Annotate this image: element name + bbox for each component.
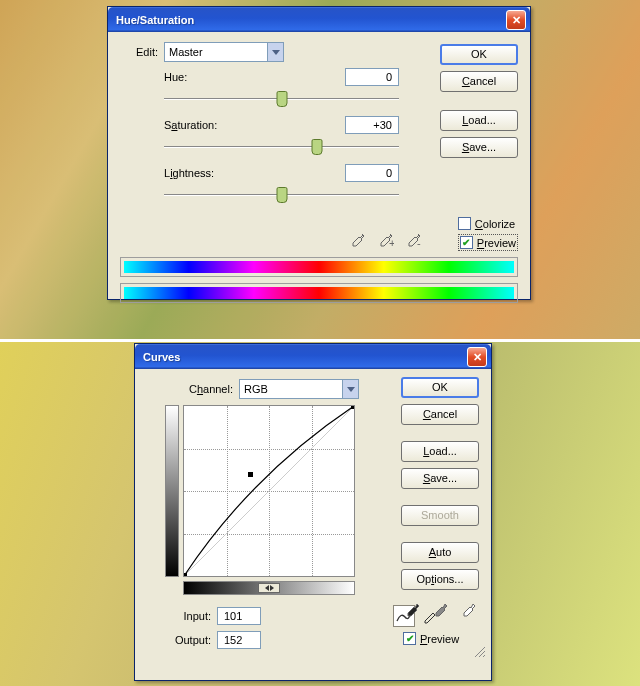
channel-dropdown-button[interactable] [342, 380, 358, 398]
colorize-label: Colorize [475, 218, 515, 230]
cancel-button[interactable]: Cancel [440, 71, 518, 92]
edit-select[interactable]: Master [164, 42, 284, 62]
saturation-input[interactable]: +30 [345, 116, 399, 134]
curve-line [184, 406, 354, 576]
colorize-checkbox[interactable] [458, 217, 471, 230]
svg-rect-4 [184, 573, 187, 576]
resize-icon [473, 645, 487, 659]
output-label: Output: [175, 634, 211, 646]
channel-label: Channel: [189, 383, 233, 395]
curve-graph[interactable] [183, 405, 355, 577]
eyedropper-add-button[interactable]: + [376, 230, 396, 250]
eyedropper-gray-icon [433, 602, 449, 618]
svg-line-2 [184, 406, 354, 576]
eyedropper-icon [350, 232, 366, 248]
titlebar[interactable]: Curves ✕ [135, 344, 491, 369]
hue-saturation-dialog: Hue/Saturation ✕ OK Cancel Load... Save.… [107, 6, 531, 300]
gray-point-eyedropper[interactable] [431, 600, 451, 620]
curves-dialog: Curves ✕ OK Cancel Load... Save... Smoot… [134, 343, 492, 681]
output-gradient [165, 405, 179, 577]
edit-label: Edit: [136, 46, 158, 58]
hue-spectrum-bottom [120, 283, 518, 303]
input-label: Input: [183, 610, 211, 622]
ok-button[interactable]: OK [440, 44, 518, 65]
preview-label: Preview [477, 237, 516, 249]
cancel-button[interactable]: Cancel [401, 404, 479, 425]
lightness-slider-thumb[interactable] [276, 187, 287, 203]
edit-value: Master [165, 46, 267, 58]
button-column: OK Cancel Load... Save... [440, 44, 518, 158]
gradient-midpoint-button[interactable] [258, 583, 280, 593]
output-value[interactable]: 152 [217, 631, 261, 649]
options-button[interactable]: Options... [401, 569, 479, 590]
svg-rect-3 [248, 472, 253, 477]
dialog-title: Curves [139, 351, 467, 363]
svg-rect-5 [351, 406, 354, 409]
preview-checkbox-row: ✔ Preview [458, 234, 518, 251]
lightness-input[interactable]: 0 [345, 164, 399, 182]
input-value[interactable]: 101 [217, 607, 261, 625]
channel-select[interactable]: RGB [239, 379, 359, 399]
white-point-eyedropper[interactable] [459, 600, 479, 620]
button-column: OK Cancel Load... Save... Smooth Auto Op… [401, 377, 479, 590]
saturation-label: Saturation: [164, 119, 217, 131]
saturation-slider[interactable] [164, 138, 399, 156]
smooth-button[interactable]: Smooth [401, 505, 479, 526]
svg-text:+: + [389, 237, 394, 248]
close-icon: ✕ [473, 351, 482, 363]
hue-spectrum-top [120, 257, 518, 277]
eyedropper-subtract-button[interactable]: - [404, 230, 424, 250]
close-icon: ✕ [512, 14, 521, 26]
preview-checkbox[interactable]: ✔ [460, 236, 473, 249]
close-button[interactable]: ✕ [467, 347, 487, 367]
load-button[interactable]: Load... [440, 110, 518, 131]
lightness-label: Lightness: [164, 167, 214, 179]
hue-slider-thumb[interactable] [276, 91, 287, 107]
auto-button[interactable]: Auto [401, 542, 479, 563]
input-gradient[interactable] [183, 581, 355, 595]
preview-checkbox[interactable]: ✔ [403, 632, 416, 645]
hue-slider[interactable] [164, 90, 399, 108]
titlebar[interactable]: Hue/Saturation ✕ [108, 7, 530, 32]
save-button[interactable]: Save... [401, 468, 479, 489]
load-button[interactable]: Load... [401, 441, 479, 462]
triangle-right-icon [270, 585, 274, 591]
edit-dropdown-button[interactable] [267, 43, 283, 61]
colorize-checkbox-row: Colorize [458, 217, 518, 230]
eyedropper-subtract-icon: - [406, 232, 422, 248]
saturation-slider-thumb[interactable] [311, 139, 322, 155]
hue-label: Hue: [164, 71, 187, 83]
svg-text:-: - [417, 237, 421, 248]
triangle-left-icon [265, 585, 269, 591]
black-point-eyedropper[interactable] [403, 600, 423, 620]
eyedropper-black-icon [405, 602, 421, 618]
resize-grip[interactable] [473, 645, 487, 659]
chevron-down-icon [347, 387, 355, 392]
chevron-down-icon [272, 50, 280, 55]
ok-button[interactable]: OK [401, 377, 479, 398]
separator [0, 339, 640, 342]
eyedropper-button[interactable] [348, 230, 368, 250]
hue-input[interactable]: 0 [345, 68, 399, 86]
preview-label: Preview [420, 633, 459, 645]
eyedropper-add-icon: + [378, 232, 394, 248]
channel-value: RGB [240, 383, 342, 395]
eyedropper-white-icon [461, 602, 477, 618]
close-button[interactable]: ✕ [506, 10, 526, 30]
lightness-slider[interactable] [164, 186, 399, 204]
save-button[interactable]: Save... [440, 137, 518, 158]
dialog-title: Hue/Saturation [112, 14, 506, 26]
